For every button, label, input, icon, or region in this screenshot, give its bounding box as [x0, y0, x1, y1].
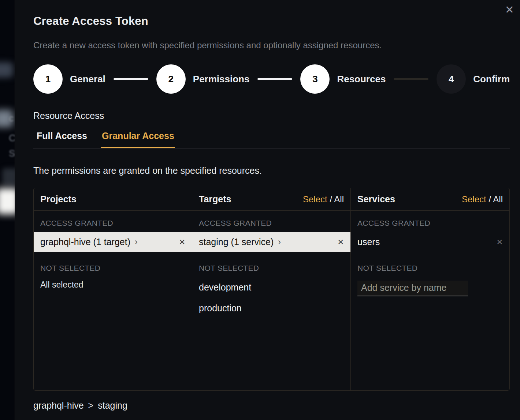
select-all-controls: Select / All: [462, 194, 503, 205]
close-icon[interactable]: ✕: [505, 4, 514, 15]
targets-column-header: Targets Select / All: [192, 188, 350, 211]
column-title: Targets: [199, 194, 231, 205]
not-selected-label: NOT SELECTED: [34, 252, 192, 277]
step-general[interactable]: 1 General: [33, 64, 105, 94]
step-resources[interactable]: 3 Resources: [300, 64, 386, 94]
remove-icon[interactable]: ✕: [496, 238, 503, 247]
access-granted-label: ACCESS GRANTED: [192, 211, 350, 232]
underlying-page-backdrop: c C S: [0, 0, 15, 420]
breadcrumb-target[interactable]: staging: [98, 400, 127, 411]
target-row-production[interactable]: production: [192, 298, 350, 319]
projects-column-header: Projects: [34, 188, 192, 211]
remove-icon[interactable]: ✕: [179, 238, 185, 247]
permissions-description: The permissions are granted on the speci…: [33, 165, 510, 176]
projects-column: Projects ACCESS GRANTED graphql-hive (1 …: [34, 188, 192, 390]
services-column-header: Services Select / All: [351, 188, 509, 211]
step-connector: [114, 78, 148, 80]
create-access-token-dialog: ✕ Create Access Token Create a new acces…: [15, 0, 520, 420]
access-mode-tabs: Full Access Granular Access: [33, 127, 510, 149]
not-selected-label: NOT SELECTED: [351, 252, 509, 277]
select-link[interactable]: Select: [303, 194, 327, 204]
step-number: 2: [156, 64, 186, 94]
remove-icon[interactable]: ✕: [337, 238, 344, 247]
step-label: Resources: [337, 74, 386, 85]
slash-separator: /: [486, 194, 493, 204]
targets-column: Targets Select / All ACCESS GRANTED stag…: [192, 188, 351, 390]
not-selected-label: NOT SELECTED: [192, 252, 350, 277]
step-confirm[interactable]: 4 Confirm: [437, 64, 510, 94]
all-link[interactable]: All: [334, 194, 344, 204]
step-number: 1: [33, 64, 63, 94]
project-row-label: graphql-hive (1 target): [40, 237, 130, 247]
blurred-text-fragment: C: [9, 132, 15, 144]
tab-full-access[interactable]: Full Access: [36, 127, 88, 148]
step-label: Confirm: [473, 74, 510, 85]
select-all-controls: Select / All: [303, 194, 344, 205]
project-row-graphql-hive[interactable]: graphql-hive (1 target) › ✕: [34, 232, 192, 252]
step-connector: [257, 78, 292, 80]
select-link[interactable]: Select: [462, 194, 486, 204]
resource-selection-table: Projects ACCESS GRANTED graphql-hive (1 …: [33, 188, 510, 391]
target-row-staging[interactable]: staging (1 service) › ✕: [192, 232, 350, 252]
step-label: Permissions: [193, 74, 250, 85]
step-permissions[interactable]: 2 Permissions: [156, 64, 250, 94]
step-number: 3: [300, 64, 330, 94]
service-row-label: users: [357, 237, 380, 247]
resource-access-heading: Resource Access: [33, 110, 510, 121]
all-link[interactable]: All: [493, 194, 503, 204]
tab-granular-access[interactable]: Granular Access: [101, 127, 175, 148]
target-row-development[interactable]: development: [192, 277, 350, 298]
service-row-users[interactable]: users ✕: [351, 232, 509, 252]
access-granted-label: ACCESS GRANTED: [34, 211, 192, 232]
column-title: Projects: [40, 194, 77, 205]
step-label: General: [70, 74, 105, 85]
blurred-text-fragment: c: [9, 113, 14, 124]
add-service-input[interactable]: [357, 281, 468, 296]
target-row-label: staging (1 service): [199, 237, 274, 247]
chevron-right-icon: ›: [135, 237, 138, 247]
access-granted-label: ACCESS GRANTED: [351, 211, 509, 232]
column-title: Services: [357, 194, 395, 205]
blurred-shape: [2, 168, 15, 185]
services-column: Services Select / All ACCESS GRANTED use…: [351, 188, 509, 390]
dialog-subtitle: Create a new access token with specified…: [33, 40, 510, 50]
blurred-shape: [0, 62, 13, 78]
stepper: 1 General 2 Permissions 3 Resources 4 Co…: [33, 64, 510, 94]
blurred-shape: [0, 188, 15, 214]
slash-separator: /: [327, 194, 334, 204]
blurred-text-fragment: S: [9, 148, 15, 159]
step-connector: [394, 78, 428, 80]
step-number: 4: [437, 64, 466, 94]
breadcrumb: graphql-hive > staging: [33, 400, 510, 411]
breadcrumb-separator: >: [88, 400, 94, 411]
all-selected-note: All selected: [34, 277, 192, 293]
chevron-right-icon: ›: [278, 237, 281, 247]
breadcrumb-project[interactable]: graphql-hive: [33, 400, 84, 411]
dialog-title: Create Access Token: [33, 0, 510, 28]
